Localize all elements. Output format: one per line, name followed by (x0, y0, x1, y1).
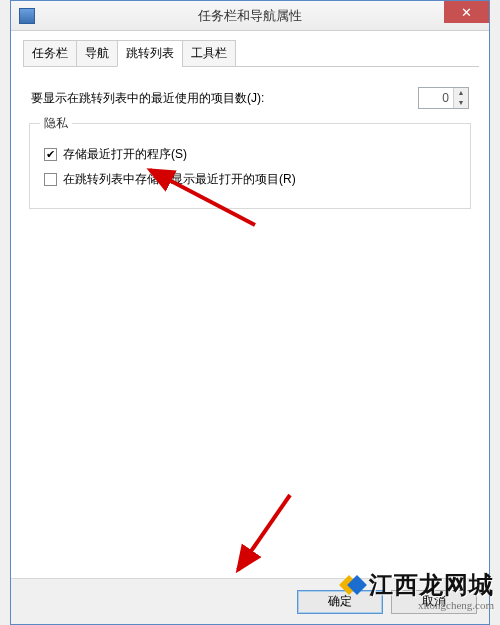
tab-toolbar[interactable]: 工具栏 (182, 40, 236, 67)
dialog-window: 任务栏和导航属性 ✕ 任务栏 导航 跳转列表 工具栏 要显示在跳转列表中的最近使… (10, 0, 490, 625)
watermark-url: xitongcheng.com (342, 599, 494, 611)
close-icon: ✕ (461, 5, 472, 20)
app-icon (19, 8, 35, 24)
recent-items-row: 要显示在跳转列表中的最近使用的项目数(J): 0 ▲ ▼ (31, 87, 469, 109)
checkbox-store-programs-label: 存储最近打开的程序(S) (63, 146, 187, 163)
checkbox-store-items-row[interactable]: 在跳转列表中存储并显示最近打开的项目(R) (44, 171, 456, 188)
tabs: 任务栏 导航 跳转列表 工具栏 (23, 39, 479, 67)
watermark-logo-icon (342, 573, 366, 597)
tab-taskbar[interactable]: 任务栏 (23, 40, 77, 67)
tab-navigation[interactable]: 导航 (76, 40, 118, 67)
spinner-up-icon[interactable]: ▲ (454, 88, 468, 98)
tab-jumplist[interactable]: 跳转列表 (117, 40, 183, 67)
window-title: 任务栏和导航属性 (198, 7, 302, 25)
watermark-text: 江西龙网城 (369, 572, 494, 598)
spinner-down-icon[interactable]: ▼ (454, 98, 468, 108)
checkbox-store-programs[interactable]: ✔ (44, 148, 57, 161)
content-area: 任务栏 导航 跳转列表 工具栏 要显示在跳转列表中的最近使用的项目数(J): 0… (11, 31, 489, 231)
watermark: 江西龙网城 xitongcheng.com (342, 569, 494, 611)
checkbox-store-items[interactable] (44, 173, 57, 186)
tab-page-jumplist: 要显示在跳转列表中的最近使用的项目数(J): 0 ▲ ▼ 隐私 ✔ 存储最近打开… (21, 67, 479, 223)
title-bar: 任务栏和导航属性 ✕ (11, 1, 489, 31)
spinner-buttons: ▲ ▼ (453, 88, 468, 108)
recent-items-label: 要显示在跳转列表中的最近使用的项目数(J): (31, 90, 264, 107)
recent-items-spinner[interactable]: 0 ▲ ▼ (418, 87, 469, 109)
checkbox-store-programs-row[interactable]: ✔ 存储最近打开的程序(S) (44, 146, 456, 163)
close-button[interactable]: ✕ (444, 1, 489, 23)
privacy-groupbox: 隐私 ✔ 存储最近打开的程序(S) 在跳转列表中存储并显示最近打开的项目(R) (29, 123, 471, 209)
checkbox-store-items-label: 在跳转列表中存储并显示最近打开的项目(R) (63, 171, 296, 188)
spinner-value[interactable]: 0 (419, 91, 453, 105)
privacy-title: 隐私 (40, 115, 72, 132)
